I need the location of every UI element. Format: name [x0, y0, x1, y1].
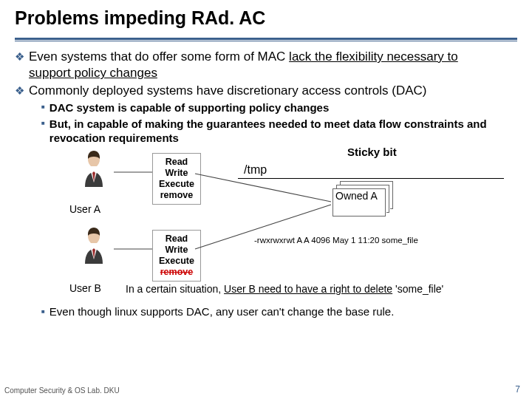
text: In a certain situation,: [126, 283, 224, 295]
perm-exec: Execute: [159, 179, 194, 190]
bullet-l1-mac-flex: ❖ Even systems that do offer some form o…: [15, 49, 517, 81]
square-icon: ■: [41, 100, 45, 115]
perm-read: Read: [159, 233, 194, 245]
bullet-l1-dac: ❖ Commonly deployed systems have discret…: [15, 83, 517, 99]
text: 'some_file': [392, 283, 443, 295]
user-b-figure: [72, 227, 115, 268]
businessman-icon: [77, 150, 111, 188]
perm-box-b: Read Write Execute remove: [152, 230, 201, 282]
bullet-text: Even systems that do offer some form of …: [29, 49, 458, 81]
connector-line: [114, 248, 152, 250]
svg-line-2: [195, 174, 331, 202]
bullet-list: ❖ Even systems that do offer some form o…: [15, 49, 517, 146]
diagram: User A User B Read Write Execute remove …: [15, 149, 517, 341]
slide-title: Problems impeding RAd. AC: [15, 7, 517, 32]
perm-write: Write: [159, 245, 194, 256]
perm-box-a: Read Write Execute remove: [152, 153, 201, 205]
page-number: 7: [515, 384, 520, 395]
bullet-text: Commonly deployed systems have discretio…: [29, 83, 427, 99]
perm-read: Read: [159, 157, 194, 168]
text: User B need to have a right to delete: [224, 283, 392, 295]
text: support policy changes: [29, 66, 157, 80]
perm-exec: Execute: [159, 256, 194, 267]
square-icon: ■: [41, 117, 45, 146]
diamond-icon: ❖: [15, 49, 24, 81]
bullet-l2-guarantees: ■ But, in capable of making the guarante…: [41, 117, 517, 146]
svg-line-3: [195, 205, 331, 249]
text: Even systems that do offer some form of …: [29, 50, 289, 64]
bullet-text: Even though linux supports DAC, any user…: [50, 305, 394, 318]
connector-line: [195, 202, 335, 253]
user-a-label: User A: [69, 203, 100, 215]
sticky-bit-label: Sticky bit: [347, 146, 397, 158]
user-a-figure: [72, 150, 115, 191]
title-underline: [15, 38, 517, 41]
bullet-l2-linux: ■ Even though linux supports DAC, any us…: [41, 305, 394, 318]
businessman-icon: [77, 227, 111, 265]
user-b-label: User B: [69, 282, 101, 294]
perm-remove: remove: [159, 190, 194, 201]
perm-remove-struck: remove: [159, 267, 194, 278]
bullet-text: But, in capable of making the guarantees…: [50, 117, 517, 146]
text: lack the flexibility necessary to: [289, 50, 458, 64]
footer-left: Computer Security & OS Lab. DKU: [4, 386, 120, 395]
situation-text: In a certain situation, User B need to h…: [126, 283, 443, 295]
square-icon: ■: [41, 305, 45, 318]
bullet-text: DAC system is capable of supporting poli…: [50, 100, 329, 115]
connector-line: [114, 171, 152, 174]
perm-write: Write: [159, 168, 194, 179]
diamond-icon: ❖: [15, 83, 24, 99]
owned-a-label: Owned A: [332, 188, 386, 216]
bullet-l2-dac-capable: ■ DAC system is capable of supporting po…: [41, 100, 517, 115]
